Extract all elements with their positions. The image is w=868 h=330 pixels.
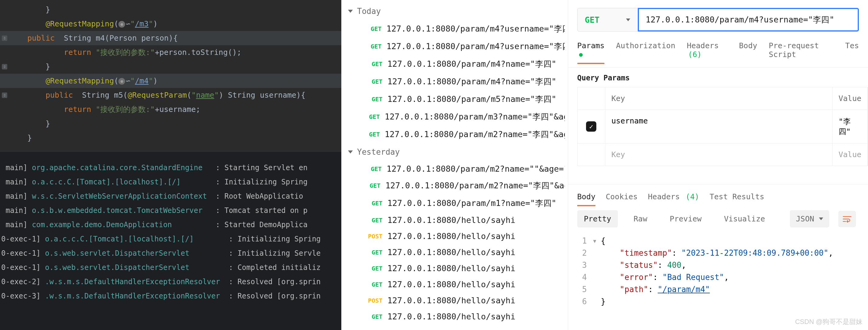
history-item[interactable]: GET127.0.0.1:8080/hello/sayhi [341, 212, 568, 228]
method-badge: GET [366, 217, 382, 224]
request-tab[interactable]: Authorization [616, 39, 675, 64]
chevron-icon [348, 10, 353, 13]
history-url: 127.0.0.1:8080/hello/sayhi [388, 296, 516, 305]
param-value-placeholder[interactable]: Value [833, 143, 868, 166]
fold-icon [592, 259, 601, 271]
history-item[interactable]: GET127.0.0.1:8080/hello/sayhi [341, 308, 568, 325]
history-item[interactable]: POST127.0.0.1:8080/hello/sayhi [341, 293, 568, 308]
response-tab[interactable]: Headers (4) [648, 191, 699, 206]
history-item[interactable]: GET127.0.0.1:8080/param/m4?username="李四" [341, 37, 568, 55]
code-editor[interactable]: } @RequestMapping(⊙∽"/m3")▯ public Strin… [0, 0, 341, 151]
console-output[interactable]: main] org.apache.catalina.core.StandardE… [0, 151, 341, 330]
history-group-header[interactable]: October 15 [341, 325, 568, 330]
group-label: Today [357, 7, 381, 16]
line-number: 2 [577, 247, 592, 259]
chevron-down-icon [626, 19, 630, 21]
history-url: 127.0.0.1:8080/param/m4?name="李四" [388, 58, 556, 70]
line-number: 5 [577, 283, 592, 296]
code-line[interactable]: ▯ } [0, 59, 341, 74]
history-url: 127.0.0.1:8080/hello/sayhi [388, 312, 516, 321]
group-label: Yesterday [357, 147, 400, 157]
history-group-header[interactable]: Yesterday [341, 143, 568, 161]
code-line[interactable]: } [0, 116, 341, 131]
method-badge: GET [366, 78, 382, 85]
request-tab[interactable]: Pre-request Script [769, 39, 834, 64]
history-item[interactable]: GET127.0.0.1:8080/param/m5?name="李四" [341, 90, 568, 108]
history-item[interactable]: GET127.0.0.1:8080/param/m1?name="李四" [341, 194, 568, 212]
line-number: 4 [577, 271, 592, 283]
view-mode-button[interactable]: Preview [663, 210, 708, 227]
history-item[interactable]: GET127.0.0.1:8080/param/m2?name="李四"&age… [341, 126, 568, 143]
request-tab[interactable]: Params [577, 39, 604, 64]
history-url: 127.0.0.1:8080/hello/sayhi [388, 248, 516, 257]
request-tab[interactable]: Headers (6) [687, 39, 727, 64]
history-item[interactable]: GET127.0.0.1:8080/param/m4?name="李四" [341, 55, 568, 73]
response-tab[interactable]: Test Results [710, 191, 765, 206]
response-tab[interactable]: Body [577, 191, 595, 206]
history-item[interactable]: GET127.0.0.1:8080/param/m4?name="李四" [341, 73, 568, 90]
history-url: 127.0.0.1:8080/hello/sayhi [388, 280, 516, 289]
history-panel[interactable]: TodayGET127.0.0.1:8080/param/m4?username… [341, 0, 568, 330]
query-params-table: KeyValueusername"李四"KeyValue [577, 87, 868, 166]
history-item[interactable]: GET127.0.0.1:8080/param/m3?name="李四"&age… [341, 108, 568, 126]
method-badge: GET [366, 313, 382, 320]
method-badge: POST [366, 232, 382, 240]
format-select[interactable]: JSON [790, 210, 829, 227]
history-url: 127.0.0.1:8080/param/m4?username="李四" [386, 23, 565, 34]
code-line[interactable]: } [0, 2, 341, 17]
history-item[interactable]: POST127.0.0.1:8080/hello/sayhi [341, 228, 568, 244]
view-mode-button[interactable]: Raw [627, 210, 654, 227]
param-value[interactable]: "李四" [833, 110, 868, 143]
param-checkbox[interactable] [578, 110, 606, 143]
json-line: 5 "path": "/param/m4" [577, 283, 859, 296]
param-checkbox[interactable] [578, 143, 606, 166]
param-key-placeholder[interactable]: Key [606, 143, 833, 166]
view-mode-button[interactable]: Visualize [717, 210, 772, 227]
param-key[interactable]: username [606, 110, 833, 143]
log-line: 0-exec-3] .w.s.m.s.DefaultHandlerExcepti… [0, 289, 341, 303]
history-group-header[interactable]: Today [341, 2, 568, 20]
log-line: 0-exec-2] .w.s.m.s.DefaultHandlerExcepti… [0, 275, 341, 289]
history-item[interactable]: GET127.0.0.1:8080/hello/sayhi [341, 244, 568, 260]
log-line: 0-exec-1] o.a.c.c.C.[Tomcat].[localhost]… [0, 232, 341, 246]
code-line[interactable]: ▯ public String m5(@RequestParam("name")… [0, 88, 341, 102]
log-line: 0-exec-1] o.s.web.servlet.DispatcherServ… [0, 260, 341, 275]
group-label: October 15 [357, 329, 405, 330]
wrap-lines-icon[interactable] [838, 211, 856, 227]
url-input[interactable] [638, 8, 859, 31]
history-item[interactable]: GET127.0.0.1:8080/param/m4?username="李四" [341, 20, 568, 37]
line-number: 3 [577, 259, 592, 271]
history-item[interactable]: GET127.0.0.1:8080/param/m2?name=""&age=1… [341, 161, 568, 177]
view-mode-button[interactable]: Pretty [577, 210, 618, 227]
response-section: BodyCookiesHeaders (4)Test Results Prett… [568, 184, 868, 330]
request-url-row: GET [568, 0, 868, 39]
history-item[interactable]: GET127.0.0.1:8080/hello/sayhi [341, 276, 568, 293]
code-line[interactable]: @RequestMapping(⊙∽"/m4") [0, 74, 341, 88]
code-line[interactable]: ▯ public String m4(Person person){ [0, 31, 341, 45]
response-tab[interactable]: Cookies [606, 191, 638, 206]
code-line[interactable]: } [0, 131, 341, 145]
method-badge: GET [366, 265, 382, 272]
log-line: main] o.a.c.c.C.[Tomcat].[localhost].[/]… [0, 175, 341, 189]
history-url: 127.0.0.1:8080/param/m2?name="李四"&age=10 [385, 180, 564, 191]
chevron-icon [348, 150, 353, 154]
watermark: CSDN @狗哥不是甜妹 [795, 317, 863, 326]
history-url: 127.0.0.1:8080/param/m2?name="李四"&age=10… [384, 129, 564, 140]
request-tab[interactable]: Tes [845, 39, 859, 64]
method-badge: GET [366, 131, 380, 138]
method-badge: GET [366, 281, 382, 288]
format-label: JSON [796, 215, 814, 223]
response-body[interactable]: 1▾{2 "timestamp": "2023-11-22T09:48:09.7… [568, 232, 868, 310]
response-view-row: PrettyRawPreviewVisualizeJSON [568, 206, 868, 232]
code-line[interactable]: return "接收到的参数:"+person.toString(); [0, 45, 341, 59]
history-item[interactable]: GET127.0.0.1:8080/hello/sayhi [341, 260, 568, 276]
history-url: 127.0.0.1:8080/hello/sayhi [388, 215, 516, 225]
code-line[interactable]: return "接收到的参数:"+username; [0, 102, 341, 116]
method-label: GET [585, 15, 600, 25]
fold-icon [592, 247, 601, 259]
fold-icon[interactable]: ▾ [592, 235, 601, 247]
history-item[interactable]: GET127.0.0.1:8080/param/m2?name="李四"&age… [341, 177, 568, 194]
request-tab[interactable]: Body [739, 39, 757, 64]
code-line[interactable]: @RequestMapping(⊙∽"/m3") [0, 17, 341, 31]
http-method-select[interactable]: GET [577, 8, 638, 31]
